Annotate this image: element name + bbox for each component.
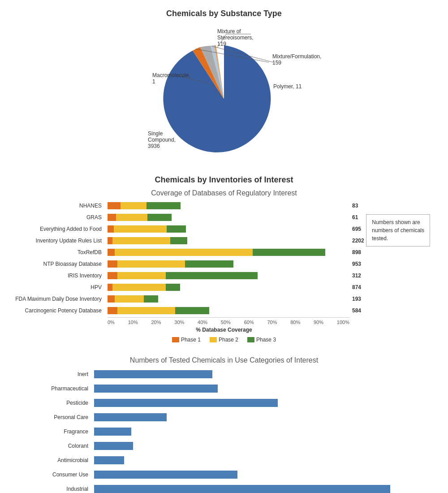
list-item: Antimicrobial xyxy=(94,454,421,467)
hbar-label-colorant: Colorant xyxy=(9,443,92,449)
hbar-label-inert: Inert xyxy=(9,371,92,377)
hbar-bar-pesticide xyxy=(94,399,278,407)
tooltip-box: Numbers shown arenumbers of chemicalstes… xyxy=(366,214,430,246)
row-label-gras: GRAS xyxy=(9,214,105,221)
bar-cpdb xyxy=(108,307,349,314)
x-axis-inner: 0% 10% 20% 30% 40% 50% 60% 70% 80% 90% 1… xyxy=(108,317,349,325)
legend-label-phase2: Phase 2 xyxy=(219,337,238,343)
hbar-bar-personal-care xyxy=(94,413,167,421)
stacked-chart-title: Coverage of Databases of Regulatory Inte… xyxy=(9,189,439,197)
value-ntp: 953 xyxy=(352,261,361,267)
list-item: Pesticide xyxy=(94,397,421,409)
list-item: Pharmaceutical xyxy=(94,382,421,395)
legend-label-phase1: Phase 1 xyxy=(181,337,201,343)
legend-item-phase2: Phase 2 xyxy=(210,337,238,343)
table-row: Carcinogenic Potency Database 584 xyxy=(108,306,412,316)
bar-eatf xyxy=(108,225,349,233)
hbar-chart-title: Numbers of Tested Chemicals in Use Categ… xyxy=(9,356,439,364)
pie-label-stereo: Mixture ofStereoisomers,119 xyxy=(217,28,254,47)
hbar-bar-antimicrobial xyxy=(94,456,124,464)
bar-fda xyxy=(108,295,349,303)
legend-color-phase3 xyxy=(247,337,254,342)
hbar-bar-fragrance xyxy=(94,428,131,436)
x-tick: 90% xyxy=(314,320,323,325)
table-row: NHANES 83 xyxy=(108,201,412,211)
row-label-ntp: NTP Bioassay Database xyxy=(9,261,105,267)
legend-item-phase3: Phase 3 xyxy=(247,337,276,343)
pie-chart-container: SingleCompound,3936 Macromolecule,1 Mixt… xyxy=(139,23,309,166)
hbar-label-consumer-use: Consumer Use xyxy=(9,471,92,478)
value-eatf: 695 xyxy=(352,226,361,232)
value-fda: 193 xyxy=(352,296,361,302)
list-item: Personal Care xyxy=(94,411,421,424)
hbar-label-fragrance: Fragrance xyxy=(9,428,92,435)
list-item: Fragrance xyxy=(94,425,421,438)
stacked-bar-section: Chemicals by Inventories of Interest Cov… xyxy=(9,175,439,343)
x-tick: 60% xyxy=(244,320,254,325)
stacked-chart: Numbers shown arenumbers of chemicalstes… xyxy=(9,201,439,316)
hbar-bar-inert xyxy=(94,370,212,378)
row-label-cpdb: Carcinogenic Potency Database xyxy=(9,307,105,314)
hbar-label-pharma: Pharmaceutical xyxy=(9,385,92,392)
legend-label-phase3: Phase 3 xyxy=(256,337,276,343)
row-label-eatf: Everything Added to Food xyxy=(9,226,105,232)
hbar-label-pesticide: Pesticide xyxy=(9,400,92,406)
list-item: Colorant xyxy=(94,440,421,452)
row-label-nhanes: NHANES xyxy=(9,203,105,209)
table-row: ToxRefDB 898 xyxy=(108,247,412,257)
x-tick: 10% xyxy=(128,320,138,325)
value-gras: 61 xyxy=(352,214,358,221)
row-label-tox: ToxRefDB xyxy=(9,249,105,255)
list-item: Consumer Use xyxy=(94,468,421,481)
pie-label-single-compound: SingleCompound,3936 xyxy=(148,130,176,149)
row-label-iris: IRIS Inventory xyxy=(9,272,105,279)
stacked-legend: Phase 1 Phase 2 Phase 3 xyxy=(9,337,439,343)
list-item: Industrial xyxy=(94,483,421,493)
table-row: NTP Bioassay Database 953 xyxy=(108,259,412,269)
pie-label-polymer: Polymer, 11 xyxy=(273,83,302,90)
x-tick: 100% xyxy=(337,320,349,325)
bar-ntp xyxy=(108,260,349,268)
x-tick: 40% xyxy=(198,320,207,325)
x-tick: 80% xyxy=(290,320,300,325)
stacked-x-axis: 0% 10% 20% 30% 40% 50% 60% 70% 80% 90% 1… xyxy=(9,317,439,325)
table-row: FDA Maximum Daily Dose Inventory 193 xyxy=(108,294,412,304)
pie-chart-section: Chemicals by Substance Type SingleCompou… xyxy=(9,9,439,166)
bar-gras xyxy=(108,214,349,221)
hbar-chart: Inert Pharmaceutical Pesticide Personal … xyxy=(9,368,439,493)
row-label-hpv: HPV xyxy=(9,284,105,290)
value-cpdb: 584 xyxy=(352,307,361,314)
x-tick: 30% xyxy=(174,320,184,325)
hbar-bar-pharma xyxy=(94,385,218,393)
hbar-bar-industrial xyxy=(94,485,390,493)
x-tick: 20% xyxy=(151,320,161,325)
hbar-bar-consumer-use xyxy=(94,471,237,479)
bar-iris xyxy=(108,272,349,279)
bar-iurl xyxy=(108,237,349,244)
stacked-x-axis-label: % Database Coverage xyxy=(9,327,439,333)
value-iris: 312 xyxy=(352,272,361,279)
value-iurl: 2202 xyxy=(352,238,364,244)
bar-tox xyxy=(108,249,349,256)
hbar-label-industrial: Industrial xyxy=(9,486,92,492)
table-row: HPV 874 xyxy=(108,282,412,292)
x-tick: 0% xyxy=(108,320,115,325)
table-row: IRIS Inventory 312 xyxy=(108,271,412,281)
pie-label-mixform: Mixture/Formulation,159 xyxy=(272,53,321,66)
value-hpv: 874 xyxy=(352,284,361,290)
legend-item-phase1: Phase 1 xyxy=(172,337,201,343)
value-tox: 898 xyxy=(352,249,361,255)
pie-chart-title: Chemicals by Substance Type xyxy=(166,9,282,18)
value-nhanes: 83 xyxy=(352,203,358,209)
x-tick: 70% xyxy=(267,320,277,325)
row-label-iurl: Inventory Update Rules List xyxy=(9,238,105,244)
legend-color-phase2 xyxy=(210,337,217,342)
stacked-section-title: Chemicals by Inventories of Interest xyxy=(9,175,439,185)
hbar-bar-colorant xyxy=(94,442,133,450)
bar-hpv xyxy=(108,284,349,291)
hbar-label-antimicrobial: Antimicrobial xyxy=(9,457,92,463)
list-item: Inert xyxy=(94,368,421,381)
hbar-label-personal-care: Personal Care xyxy=(9,414,92,420)
pie-label-macromolecule: Macromolecule,1 xyxy=(152,72,190,85)
x-tick: 50% xyxy=(221,320,231,325)
